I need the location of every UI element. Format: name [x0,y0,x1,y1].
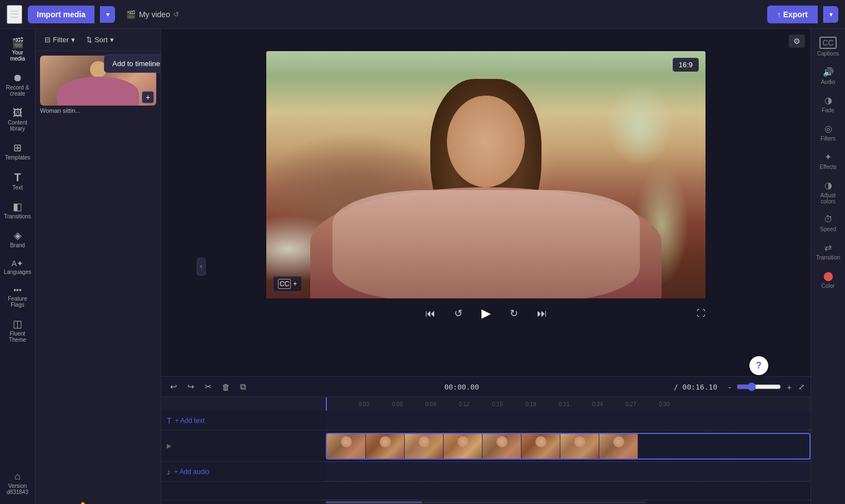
redo-button[interactable]: ↪ [184,380,198,393]
preview-frame: 16:9 CC + [266,51,705,298]
audio-icon: 🔊 [823,67,834,77]
timeline-playhead [326,397,327,411]
my-video-tab[interactable]: 🎬 My video ↺ [121,7,185,22]
timeline-scrollbar[interactable] [161,500,811,504]
sidebar-item-text[interactable]: T Text [2,167,34,195]
sidebar-item-label: Content library [4,119,32,132]
right-item-filters[interactable]: ◎ Filters [813,119,844,146]
sort-button[interactable]: ⇅ Sort ▾ [83,33,117,46]
audio-track-label: ♪ + Add audio [161,465,326,478]
sidebar-item-your-media[interactable]: 🎬 Your media [2,33,34,66]
sidebar-item-label: Languages [4,269,32,275]
sidebar-item-feature-flags[interactable]: ••• Feature Flags [2,282,34,312]
woman-face [447,96,525,187]
captions-plus: + [293,280,297,288]
video-track-row[interactable]: ▶ [161,431,811,462]
color-icon: ⬤ [823,271,833,281]
export-dropdown-button[interactable]: ▾ [823,6,838,23]
zoom-slider[interactable] [737,382,781,391]
help-button[interactable]: ? [749,356,768,375]
right-item-color[interactable]: ⬤ Color [813,266,844,293]
ruler-mark-27: 0:27 [625,401,636,407]
hamburger-menu[interactable]: ☰ [7,5,22,24]
timecode-total: / 00:16.10 [674,383,717,391]
captions-button[interactable]: CC + [273,276,302,292]
preview-woman-background [266,51,705,298]
filter-button[interactable]: ⊟ Filter ▾ [41,33,78,46]
skip-to-start-button[interactable]: ⏮ [421,306,440,322]
version-icon: ⌂ [14,471,21,481]
aspect-ratio-badge: 16:9 [673,58,699,72]
preview-settings-button[interactable]: ⚙ [789,34,805,48]
forward-5s-button[interactable]: ↻ [505,305,523,322]
list-item[interactable]: ✕ + Woman sittin... Add to timeline 👆 [40,56,156,500]
sidebar-item-content-library[interactable]: 🖼 Content library [2,103,34,136]
sidebar-item-label: Templates [5,154,31,161]
sidebar-item-label: Text [12,184,22,191]
clip-frame [599,434,638,460]
clip-frame [366,434,405,460]
play-pause-button[interactable]: ▶ [477,304,495,323]
media-panel-toolbar: ⊟ Filter ▾ ⇅ Sort ▾ [36,29,161,51]
delete-button[interactable]: 🗑 [218,381,233,393]
video-track-content [326,431,811,461]
fluent-theme-icon: ◫ [13,319,22,329]
delete-media-button[interactable]: ✕ [142,58,154,70]
right-item-speed[interactable]: ⏱ Speed [813,210,844,237]
sidebar-item-label: Record & create [4,84,32,97]
add-to-timeline-quick-button[interactable]: + [142,91,154,103]
timeline-expand-button[interactable]: ⤢ [798,382,805,391]
media-thumbnail: ✕ + [40,56,156,106]
center-area: ⚙ 16:9 CC + [161,29,811,504]
ruler-mark-15: 0:15 [492,401,503,407]
right-item-transition[interactable]: ⇄ Transition [813,238,844,265]
skip-to-end-button[interactable]: ⏭ [533,306,551,322]
captions-icon: CC [278,279,291,289]
filters-icon: ◎ [824,123,832,134]
fullscreen-button[interactable]: ⛶ [697,308,705,318]
export-button[interactable]: ↑ Export [767,6,818,23]
clip-frame [327,434,366,460]
add-audio-button[interactable]: + Add audio [174,468,210,476]
right-item-audio[interactable]: 🔊 Audio [813,62,844,89]
sidebar-item-record-create[interactable]: ⏺ Record & create [2,68,34,101]
text-track-label: T + Add text [161,414,326,427]
right-item-effects[interactable]: ✦ Effects [813,147,844,174]
right-item-label: Transition [816,255,841,261]
zoom-in-button[interactable]: + [783,381,795,393]
sidebar-item-version[interactable]: ⌂ Version d831843 [2,467,34,500]
brand-kit-icon: ◈ [14,231,22,241]
duplicate-button[interactable]: ⧉ [237,380,250,393]
timeline-ruler: | 0:03 0:06 0:09 0:12 0:15 0:18 0:21 0:2… [161,397,811,411]
media-grid: ✕ + Woman sittin... Add to timeline 👆 [36,51,161,504]
timeline-tracks: T + Add text ▶ [161,411,811,500]
zoom-out-button[interactable]: - [725,381,734,393]
import-media-button[interactable]: Import media [28,6,95,23]
undo-button[interactable]: ↩ [167,380,181,393]
right-item-label: Filters [821,136,836,142]
cut-button[interactable]: ✂ [201,380,215,393]
sidebar-item-languages[interactable]: A✦ Languages [2,255,34,280]
audio-track-icon: ♪ [167,467,171,476]
speed-icon: ⏱ [824,214,833,224]
right-item-fade[interactable]: ◑ Fade [813,91,844,118]
ruler-mark-24: 0:24 [592,401,603,407]
sidebar-item-transitions[interactable]: ◧ Transitions [2,197,34,224]
import-media-dropdown-button[interactable]: ▾ [100,6,115,23]
effects-icon: ✦ [824,152,832,162]
scroll-thumb[interactable] [326,501,422,503]
video-track-label: ▶ [161,440,326,452]
sidebar-item-fluent-theme[interactable]: ◫ Fluent Theme [2,315,34,347]
scroll-track [326,501,646,503]
sidebar-item-brand-kit[interactable]: ◈ Brand [2,226,34,253]
panel-collapse-button[interactable]: ‹ [197,258,206,276]
sort-icon: ⇅ [86,36,92,44]
rewind-5s-button[interactable]: ↺ [450,305,467,322]
text-icon: T [14,172,21,183]
ruler-mark-3: 0:03 [359,401,369,407]
right-item-adjust-colors[interactable]: ◑ Adjust colors [813,176,844,209]
right-item-captions[interactable]: CC Captions [813,32,844,61]
video-clip-strip[interactable] [326,433,811,460]
sidebar-item-templates[interactable]: ⊞ Templates [2,138,34,165]
add-text-button[interactable]: + Add text [175,417,205,425]
